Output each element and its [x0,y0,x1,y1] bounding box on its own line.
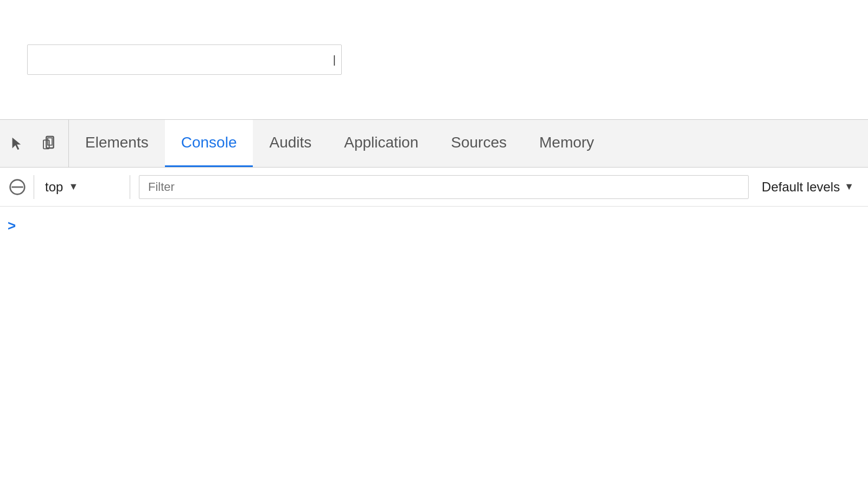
tab-icon-group [0,120,69,167]
toolbar-divider-1 [34,175,34,199]
text-cursor-icon: | [333,54,336,66]
url-bar-input[interactable] [33,45,336,74]
device-toolbar-button[interactable] [38,132,62,156]
tab-bar: Elements Console Audits Application Sour… [0,120,868,168]
context-selector[interactable]: top ▼ [39,175,125,199]
tab-application[interactable]: Application [328,120,435,167]
console-prompt-symbol: > [8,217,16,234]
toolbar-divider-2 [130,175,130,199]
tab-audits[interactable]: Audits [253,120,328,167]
browser-top-area: | [0,0,868,119]
levels-selector[interactable]: Default levels ▼ [753,175,863,199]
clear-console-button[interactable] [5,175,29,199]
levels-dropdown-arrow-icon: ▼ [844,181,854,192]
devtools-tabs: Elements Console Audits Application Sour… [69,120,868,167]
tab-memory[interactable]: Memory [523,120,610,167]
levels-label: Default levels [762,179,840,195]
console-toolbar: top ▼ Default levels ▼ [0,168,868,207]
devtools-panel: Elements Console Audits Application Sour… [0,119,868,478]
tab-console[interactable]: Console [165,120,253,167]
filter-input[interactable] [139,175,749,199]
tab-elements[interactable]: Elements [69,120,165,167]
select-element-button[interactable] [7,132,30,156]
svg-rect-2 [48,138,52,145]
filter-input-container [139,175,749,199]
console-content: > [0,207,868,478]
context-dropdown-arrow-icon: ▼ [68,181,78,192]
console-prompt[interactable]: > [0,213,23,239]
url-bar-container: | [27,44,342,75]
tab-sources[interactable]: Sources [435,120,523,167]
context-label: top [45,179,63,195]
